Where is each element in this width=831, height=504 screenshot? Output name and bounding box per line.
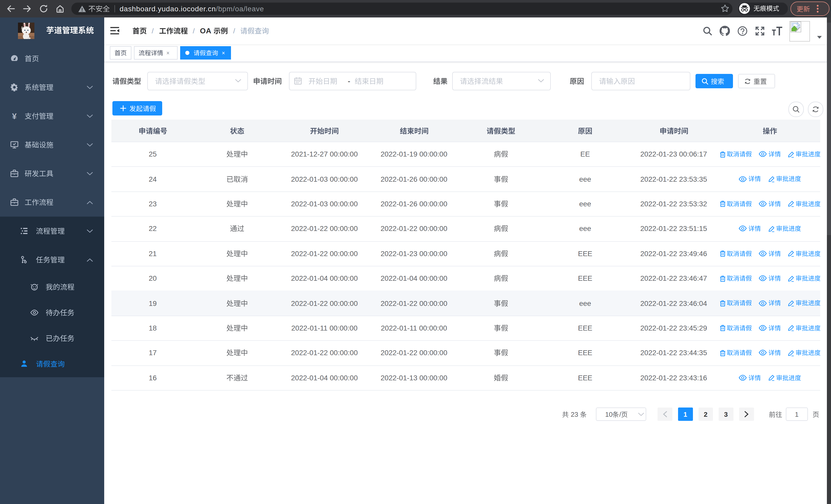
svg-text:¥: ¥	[12, 112, 17, 120]
